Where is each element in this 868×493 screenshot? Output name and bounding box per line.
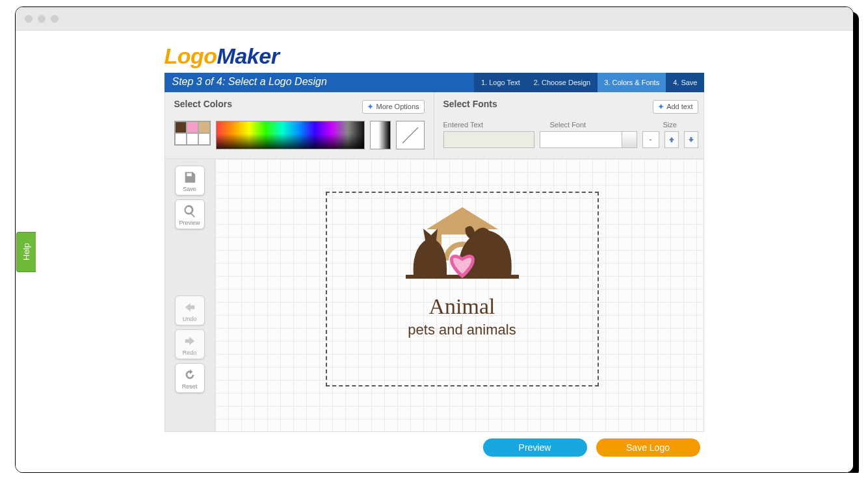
editor-sidebar: Save Preview Undo Redo: [164, 159, 215, 432]
tab-choose-design[interactable]: 2. Choose Design: [527, 73, 597, 92]
size-label: Size: [663, 121, 677, 129]
tool-panels: Select Colors ✦ More Options: [164, 92, 704, 159]
magnifier-icon: [183, 204, 197, 218]
canvas[interactable]: Animal pets and animals: [215, 159, 704, 432]
fonts-heading: Select Fonts: [443, 99, 497, 109]
brand-logo: LogoMaker: [164, 44, 704, 69]
colors-heading: Select Colors: [174, 99, 232, 109]
save-button[interactable]: Save: [175, 166, 205, 196]
arrow-down-icon: [687, 136, 695, 144]
more-options-label: More Options: [376, 103, 419, 110]
logo-title-text[interactable]: Animal: [429, 294, 495, 319]
window-dot: [25, 15, 33, 23]
logo-bounding-box[interactable]: Animal pets and animals: [326, 192, 599, 386]
save-icon: [183, 170, 197, 184]
preview-button[interactable]: Preview: [175, 199, 205, 229]
add-text-button[interactable]: ✦ Add text: [653, 100, 698, 114]
step-bar: Step 3 of 4: Select a Logo Design 1. Log…: [164, 73, 704, 92]
step-title: Step 3 of 4: Select a Logo Design: [164, 73, 475, 92]
save-logo-button[interactable]: Save Logo: [596, 438, 700, 457]
undo-button[interactable]: Undo: [175, 296, 205, 325]
preview-logo-button[interactable]: Preview: [483, 438, 587, 457]
page-scroll[interactable]: LogoMaker Step 3 of 4: Select a Logo Des…: [16, 31, 853, 472]
no-color-icon[interactable]: [396, 121, 425, 149]
redo-button[interactable]: Redo: [175, 329, 205, 359]
undo-label: Undo: [183, 316, 197, 322]
browser-window: Help LogoMaker Step 3 of 4: Select a Log…: [15, 6, 854, 473]
add-text-label: Add text: [666, 103, 692, 110]
arrow-right-icon: [183, 334, 197, 348]
brand-part1: Logo: [164, 44, 217, 68]
logo-tagline-text[interactable]: pets and animals: [408, 322, 516, 338]
action-bar: Preview Save Logo: [164, 432, 704, 457]
entered-text-input[interactable]: [443, 131, 534, 148]
swatch-grid[interactable]: [174, 121, 211, 145]
swatch[interactable]: [187, 121, 198, 133]
window-dot: [51, 15, 59, 23]
tab-colors-fonts[interactable]: 3. Colors & Fonts: [597, 73, 666, 92]
fonts-panel: Select Fonts ✦ Add text Entered Text Sel…: [434, 92, 707, 158]
tab-save[interactable]: 4. Save: [666, 73, 704, 92]
window-dot: [38, 15, 46, 23]
more-options-button[interactable]: ✦ More Options: [362, 100, 424, 114]
reset-icon: [183, 368, 197, 382]
help-tab[interactable]: Help: [16, 232, 36, 272]
select-font-dropdown[interactable]: [540, 131, 637, 148]
window-titlebar: [16, 7, 853, 31]
save-label: Save: [183, 186, 196, 192]
tab-logo-text[interactable]: 1. Logo Text: [474, 73, 527, 92]
brand-part2: Maker: [217, 44, 280, 68]
arrow-up-icon: [668, 136, 676, 144]
size-value: -: [642, 131, 659, 148]
select-font-label: Select Font: [550, 121, 648, 129]
logo-graphic[interactable]: [394, 205, 531, 289]
entered-text-label: Entered Text: [443, 121, 534, 129]
size-increase-button[interactable]: [664, 131, 679, 148]
swatch[interactable]: [198, 133, 210, 145]
arrow-left-icon: [183, 300, 197, 314]
swatch[interactable]: [198, 121, 210, 133]
plus-icon: ✦: [367, 103, 373, 111]
colors-panel: Select Colors ✦ More Options: [165, 92, 434, 158]
reset-button[interactable]: Reset: [175, 363, 205, 393]
redo-label: Redo: [183, 349, 197, 356]
plus-icon: ✦: [658, 103, 664, 111]
preview-label: Preview: [179, 220, 200, 226]
black-white-ramp[interactable]: [370, 121, 391, 149]
swatch[interactable]: [175, 133, 187, 145]
reset-label: Reset: [182, 383, 198, 390]
size-decrease-button[interactable]: [684, 131, 698, 148]
color-spectrum[interactable]: [216, 121, 365, 149]
swatch[interactable]: [187, 133, 198, 145]
svg-marker-0: [427, 207, 498, 229]
swatch[interactable]: [175, 121, 187, 133]
